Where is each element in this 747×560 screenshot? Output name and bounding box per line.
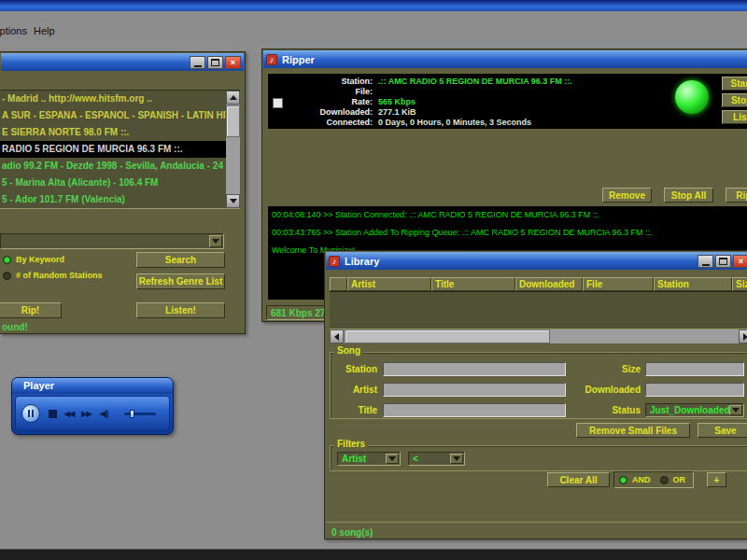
chevron-down-icon[interactable] bbox=[729, 405, 742, 415]
stop-button[interactable] bbox=[49, 410, 57, 418]
column-header-size[interactable]: Size bbox=[732, 277, 747, 291]
player-window-title: Player bbox=[23, 380, 54, 391]
scroll-right-icon[interactable] bbox=[739, 329, 747, 343]
slider-thumb[interactable] bbox=[130, 410, 134, 418]
clear-all-button[interactable]: Clear All bbox=[547, 472, 610, 487]
column-header-blank[interactable] bbox=[330, 277, 347, 291]
column-header-downloaded[interactable]: Downloaded bbox=[515, 277, 583, 291]
scroll-down-icon[interactable] bbox=[226, 194, 240, 208]
library-window-title: Library bbox=[345, 256, 379, 267]
filter-field-value: Artist bbox=[342, 454, 366, 464]
ripper-titlebar[interactable]: ♪ Ripper bbox=[263, 50, 747, 68]
rate-label: Rate: bbox=[268, 97, 373, 107]
filter-operator-value: < bbox=[413, 454, 418, 464]
station-field-input[interactable] bbox=[383, 362, 566, 376]
list-item[interactable]: 5 - Marina Alta (Alicante) - 106.4 FM bbox=[0, 175, 226, 191]
scroll-left-icon[interactable] bbox=[330, 329, 344, 343]
pause-button[interactable] bbox=[21, 404, 40, 423]
song-table-hscrollbar[interactable] bbox=[330, 329, 747, 343]
filter-field-dropdown[interactable]: Artist bbox=[337, 452, 401, 466]
chevron-down-icon[interactable] bbox=[209, 235, 222, 247]
radio-label: By Keyword bbox=[16, 255, 64, 264]
status-field-label: Status bbox=[570, 403, 641, 417]
menu-item-options[interactable]: Options bbox=[0, 25, 27, 36]
station-list-scrollbar[interactable] bbox=[226, 91, 240, 208]
ripper-window-title: Ripper bbox=[282, 54, 315, 65]
scroll-thumb[interactable] bbox=[345, 329, 550, 343]
downloaded-label: Downloaded: bbox=[268, 107, 373, 118]
artist-field-label: Artist bbox=[332, 383, 377, 397]
list-item-selected[interactable]: RADIO 5 REGION DE MURCIA 96.3 FM ::. bbox=[0, 141, 226, 158]
radio-off-icon bbox=[660, 476, 669, 484]
radio-random-stations[interactable]: # of Random Stations bbox=[3, 271, 103, 280]
previous-track-icon[interactable]: ◀◀ bbox=[64, 410, 74, 418]
column-header-title[interactable]: Title bbox=[431, 277, 515, 291]
list-item[interactable]: adio 99.2 FM - Dezde 1998 - Sevilla, And… bbox=[0, 158, 226, 175]
artist-field-input[interactable] bbox=[383, 383, 566, 397]
connected-value: 0 Days, 0 Hours, 0 Minutes, 3 Seconds bbox=[378, 118, 531, 128]
library-titlebar[interactable]: ♪ Library × bbox=[326, 252, 747, 270]
station-list[interactable]: - Madrid .. http://www.hitsfm.org .. A S… bbox=[0, 90, 240, 209]
genre-dropdown[interactable] bbox=[0, 233, 224, 249]
status-dropdown[interactable]: Just_Downloaded bbox=[645, 403, 744, 417]
list-item[interactable]: A SUR - ESPANA - ESPANOL - SPANISH - LAT… bbox=[0, 107, 226, 124]
minimize-icon[interactable] bbox=[190, 56, 205, 69]
radio-and[interactable]: AND bbox=[619, 475, 651, 484]
bottom-bar bbox=[0, 549, 747, 560]
size-field-input[interactable] bbox=[645, 362, 744, 376]
station-value: .:: AMC RADIO 5 REGION DE MURCIA 96.3 FM… bbox=[378, 77, 572, 87]
maximize-icon[interactable] bbox=[715, 255, 731, 268]
chevron-down-icon[interactable] bbox=[386, 454, 399, 464]
column-header-artist[interactable]: Artist bbox=[347, 277, 431, 291]
list-item[interactable]: - Madrid .. http://www.hitsfm.org .. bbox=[0, 91, 226, 107]
file-label: File: bbox=[268, 87, 373, 97]
ripper-info-panel: Station: .:: AMC RADIO 5 REGION DE MURCI… bbox=[268, 74, 747, 129]
column-header-station[interactable]: Station bbox=[654, 277, 732, 291]
radio-or[interactable]: OR bbox=[660, 475, 686, 484]
list-item[interactable]: E SIERRA NORTE 98.0 FM ::. bbox=[0, 124, 226, 141]
next-track-icon[interactable]: ▶▶ bbox=[81, 410, 91, 418]
volume-slider[interactable] bbox=[124, 413, 156, 415]
scroll-up-icon[interactable] bbox=[226, 91, 240, 105]
volume-icon[interactable]: ◀) bbox=[100, 409, 109, 418]
close-icon[interactable]: × bbox=[225, 56, 241, 69]
size-field-label: Size bbox=[570, 362, 641, 376]
maximize-icon[interactable] bbox=[207, 56, 223, 69]
menu-item-help[interactable]: Help bbox=[34, 25, 55, 36]
remove-small-files-button[interactable]: Remove Small Files bbox=[576, 423, 690, 438]
chevron-down-icon[interactable] bbox=[450, 454, 463, 464]
start-button[interactable]: Start bbox=[722, 77, 747, 91]
radio-label: # of Random Stations bbox=[16, 271, 103, 280]
app-titlebar[interactable] bbox=[0, 0, 747, 11]
listen-button[interactable]: Listen! bbox=[136, 302, 225, 318]
rip-action-button[interactable]: Rip! bbox=[726, 188, 747, 203]
stations-status-text: ound! bbox=[2, 322, 28, 332]
add-filter-button[interactable]: + bbox=[707, 472, 726, 487]
close-icon[interactable]: × bbox=[733, 255, 747, 268]
rate-value: 565 Kbps bbox=[378, 97, 416, 107]
song-table-body[interactable] bbox=[330, 291, 747, 329]
list-item[interactable]: 5 - Ador 101.7 FM (Valencia) bbox=[0, 191, 226, 208]
title-field-input[interactable] bbox=[383, 403, 566, 417]
filters-group-label: Filters bbox=[334, 439, 368, 449]
stop-all-button[interactable]: Stop All bbox=[664, 188, 713, 203]
stop-button[interactable]: Stop bbox=[722, 93, 747, 107]
column-header-file[interactable]: File bbox=[583, 277, 654, 291]
minimize-icon[interactable] bbox=[698, 255, 713, 268]
logic-group: AND OR bbox=[613, 471, 694, 488]
radio-by-keyword[interactable]: By Keyword bbox=[3, 255, 64, 264]
downloaded-field-input[interactable] bbox=[645, 383, 744, 397]
connected-label: Connected: bbox=[268, 118, 373, 128]
log-line: 00:03:43:765 >> Station Added To Ripping… bbox=[268, 224, 747, 242]
filter-operator-dropdown[interactable]: < bbox=[408, 452, 465, 466]
search-button[interactable]: Search bbox=[136, 252, 225, 268]
stations-titlebar[interactable]: × bbox=[1, 53, 244, 71]
remove-button[interactable]: Remove bbox=[602, 188, 652, 203]
scroll-thumb[interactable] bbox=[226, 105, 240, 137]
save-button[interactable]: Save bbox=[698, 423, 747, 438]
rip-button[interactable]: Rip! bbox=[0, 302, 62, 318]
player-titlebar[interactable]: Player bbox=[12, 378, 173, 394]
list-button[interactable]: List bbox=[722, 110, 747, 124]
status-dropdown-value: Just_Downloaded bbox=[650, 405, 730, 415]
refresh-genre-list-button[interactable]: Refresh Genre List bbox=[136, 273, 225, 289]
